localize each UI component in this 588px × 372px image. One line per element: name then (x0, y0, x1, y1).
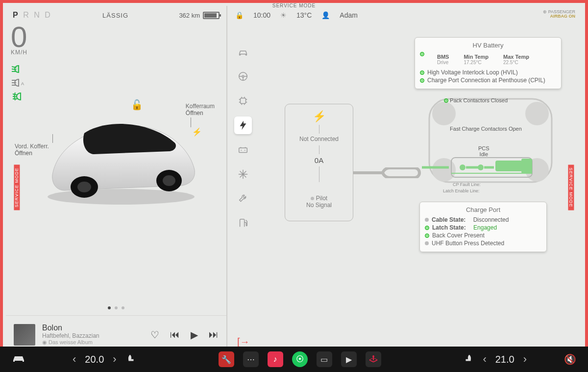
trunk-callout[interactable]: Kofferraum Öffnen (186, 103, 215, 116)
svg-text:A: A (21, 81, 24, 86)
frunk-callout[interactable]: Vord. Kofferr. Öffnen (15, 143, 49, 157)
cp-fault-line: CP Fault Line: (453, 182, 481, 187)
prev-track-button[interactable]: ⏮ (170, 329, 180, 340)
tab-steering[interactable] (234, 68, 252, 85)
cluster-pane: P R N D LÄSSIG 362 km 0 KM/H A (6, 6, 226, 353)
seat-heater-right-icon[interactable] (463, 353, 474, 366)
clock: 10:00 (253, 11, 270, 19)
tab-tools[interactable] (234, 190, 252, 208)
charge-status: Not Connected (289, 136, 349, 142)
track-title: Bolon (42, 324, 99, 332)
video-app-icon[interactable]: ▶ (341, 351, 357, 367)
svg-rect-27 (495, 161, 522, 171)
svg-point-26 (478, 164, 484, 170)
charge-bolt-icon: ⚡ (289, 110, 349, 123)
svg-point-22 (432, 158, 456, 182)
outside-temp: 13°C (296, 11, 312, 19)
more-apps-icon[interactable]: ⋯ (243, 351, 259, 367)
pilot-label: Pilot (316, 195, 327, 202)
album-art[interactable] (14, 324, 35, 346)
svg-point-16 (242, 75, 244, 77)
page-dots[interactable] (108, 306, 124, 309)
temp-right[interactable]: 21.0 (495, 354, 514, 365)
tab-cpu[interactable] (234, 92, 252, 110)
charge-port-card: Charge Port Cable State: Disconnected La… (419, 202, 547, 252)
svg-rect-18 (239, 148, 247, 152)
next-track-button[interactable]: ⏭ (209, 329, 219, 340)
service-app-icon[interactable]: 🔧 (219, 351, 234, 367)
light-indicators: A (12, 65, 26, 101)
temp-right-up[interactable]: › (523, 353, 527, 366)
svg-point-10 (48, 189, 195, 205)
temp-left-down[interactable]: ‹ (73, 353, 76, 366)
charge-status-panel: ⚡ Not Connected 0A Pilot No Signal (285, 104, 353, 221)
temp-left-up[interactable]: › (113, 353, 116, 366)
speed-value: 0 (11, 25, 27, 49)
spotify-app-icon[interactable]: ⦿ (292, 351, 308, 367)
lock-icon[interactable]: 🔓 (131, 99, 143, 111)
tab-vehicle[interactable] (234, 43, 252, 61)
gear-selector: P R N D (13, 11, 52, 20)
weather-icon: ☀ (280, 11, 287, 19)
track-album: ◉ Das weisse Album (42, 339, 99, 346)
game-app-icon[interactable]: 🕹 (366, 351, 381, 367)
tab-battery[interactable] (234, 141, 252, 159)
tab-charge[interactable] (234, 116, 252, 134)
hv-battery-card: HV Battery BMSDrive Min Temp17.25°C Max … (415, 37, 562, 89)
svg-point-25 (460, 164, 466, 170)
pcs-status: PCSIdle (478, 145, 490, 157)
temp-right-down[interactable]: ‹ (483, 353, 486, 366)
svg-line-1 (12, 69, 16, 70)
service-pane: 🔒 10:00 ☀ 13°C 👤 Adam ⊛ PASSENGER AIRBAG… (228, 6, 582, 353)
fog-light-icon (12, 92, 26, 101)
temp-left[interactable]: 20.0 (85, 354, 104, 365)
music-app-icon[interactable]: ♪ (268, 351, 283, 367)
volume-mute-icon[interactable]: 🔇 (564, 353, 576, 365)
car-status-icon[interactable] (12, 353, 25, 366)
auto-high-beam-icon: A (12, 78, 24, 87)
tab-fuel[interactable] (234, 214, 252, 232)
fast-charge-status: Fast Charge Contactors Open (444, 126, 522, 132)
chassis-graphic (405, 89, 576, 192)
tab-thermal[interactable] (234, 165, 252, 183)
battery-icon (203, 12, 220, 19)
seat-heater-left-icon[interactable] (125, 353, 136, 366)
latch-enable-line: Latch Enable Line: (443, 188, 480, 193)
pack-contactors-status: Pack Contactors Closed (444, 97, 508, 103)
radio-app-icon[interactable]: ▭ (317, 351, 332, 367)
track-artist: Haftbefehl, Bazzazian (42, 332, 99, 339)
low-beam-icon (12, 65, 24, 73)
svg-rect-17 (241, 98, 246, 104)
charge-amps: 0A (289, 156, 349, 164)
bottom-bar: ‹ 20.0 › 🔧 ⋯ ♪ ⦿ ▭ ▶ 🕹 ‹ 21.0 › 🔇 (0, 347, 588, 372)
user-icon[interactable]: 👤 (321, 11, 330, 19)
lock-status-icon[interactable]: 🔒 (235, 11, 244, 19)
svg-point-21 (525, 102, 549, 125)
play-button[interactable]: ▶ (191, 329, 198, 341)
favorite-button[interactable]: ♡ (150, 329, 159, 341)
car-render (38, 106, 204, 209)
speed-unit: KM/H (11, 49, 27, 56)
svg-point-12 (77, 182, 91, 192)
svg-point-20 (432, 102, 456, 125)
airbag-indicator: ⊛ PASSENGER AIRBAG ON (543, 10, 575, 19)
drive-profile: LÄSSIG (102, 12, 128, 19)
user-name[interactable]: Adam (340, 11, 358, 19)
svg-point-14 (163, 175, 175, 186)
svg-rect-28 (521, 159, 532, 173)
range-label: 362 km (179, 12, 200, 19)
exit-service-button[interactable]: [→ (237, 336, 250, 348)
pilot-value: No Signal (306, 202, 332, 209)
charge-port-icon[interactable]: ⚡ (192, 127, 202, 137)
